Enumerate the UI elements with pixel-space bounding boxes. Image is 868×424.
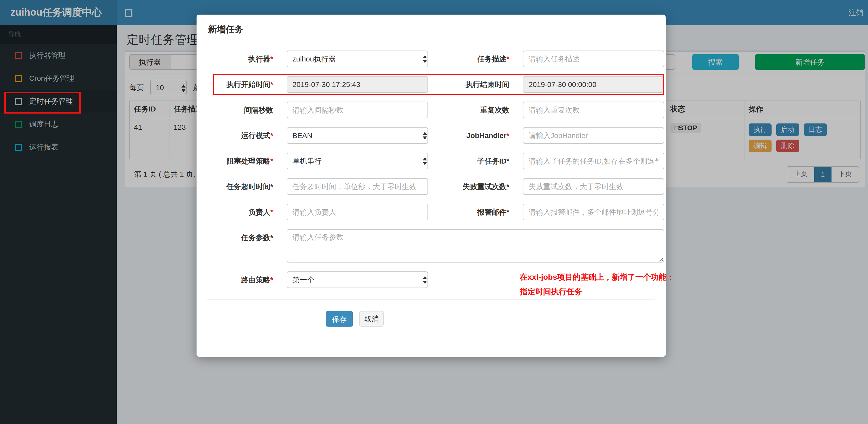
interval-label: 间隔秒数 <box>196 102 273 118</box>
executor-select[interactable]: zuihou执行器 <box>287 51 428 67</box>
form-row-timeout-retry: 任务超时时间* 失败重试次数* <box>196 178 666 195</box>
repeat-input[interactable] <box>523 102 664 118</box>
timeout-label: 任务超时时间* <box>196 178 273 195</box>
fail-retry-label: 失败重试次数* <box>426 178 509 195</box>
job-handler-input[interactable] <box>523 127 664 144</box>
form-row-executor-desc: 执行器* zuihou执行器 任务描述* <box>196 51 666 67</box>
run-mode-select[interactable]: BEAN <box>287 127 428 144</box>
fail-retry-input[interactable] <box>523 178 664 195</box>
job-param-textarea[interactable] <box>287 229 664 263</box>
annotation-box-exec-time <box>213 74 664 95</box>
route-strategy-label: 路由策略* <box>196 271 273 288</box>
add-task-form: 执行器* zuihou执行器 任务描述* 执行开始时间* 执行结束时间 <box>196 43 666 299</box>
executor-label: 执行器* <box>196 51 273 67</box>
form-row-owner-email: 负责人* 报警邮件* <box>196 204 666 220</box>
feature-note: 在xxl-jobs项目的基础上，新增了一个功能： 指定时间执行任务 <box>520 270 676 299</box>
child-job-id-input[interactable] <box>523 153 664 169</box>
timeout-input[interactable] <box>287 178 428 195</box>
repeat-label: 重复次数 <box>426 102 509 118</box>
app-window: zuihou任务调度中心 注销 导航 执行器管理 Cron任务管理 定时任务管理… <box>0 0 868 424</box>
form-row-exec-time: 执行开始时间* 执行结束时间 <box>196 76 666 93</box>
task-desc-input[interactable] <box>523 51 664 67</box>
add-task-modal: 新增任务 执行器* zuihou执行器 任务描述* 执行开始时间* <box>196 14 666 357</box>
form-row-interval-repeat: 间隔秒数 重复次数 <box>196 102 666 118</box>
job-param-label: 任务参数* <box>196 229 273 246</box>
alarm-email-input[interactable] <box>523 204 664 220</box>
form-row-job-param: 任务参数* <box>196 229 666 263</box>
interval-input[interactable] <box>287 102 428 118</box>
cancel-button[interactable]: 取消 <box>359 311 384 327</box>
form-row-route-strategy: 路由策略* 第一个 在xxl-jobs项目的基础上，新增了一个功能： 指定时间执… <box>196 271 666 288</box>
annotation-box-sidebar-item <box>4 92 81 113</box>
block-strategy-select[interactable]: 单机串行 <box>287 153 428 169</box>
form-row-runmode-handler: 运行模式* BEAN JobHandler* <box>196 127 666 144</box>
owner-label: 负责人* <box>196 204 273 220</box>
route-strategy-select[interactable]: 第一个 <box>287 271 428 288</box>
task-desc-label: 任务描述* <box>426 51 509 67</box>
run-mode-label: 运行模式* <box>196 127 273 144</box>
modal-footer-divider <box>207 299 655 299</box>
modal-title: 新增任务 <box>208 25 244 34</box>
save-button[interactable]: 保存 <box>326 311 353 327</box>
block-strategy-label: 阻塞处理策略* <box>196 153 273 169</box>
alarm-email-label: 报警邮件* <box>426 204 509 220</box>
child-job-id-label: 子任务ID* <box>426 153 509 169</box>
job-handler-label: JobHandler* <box>426 127 509 144</box>
modal-header: 新增任务 <box>196 14 666 43</box>
owner-input[interactable] <box>287 204 428 220</box>
form-row-block-childjob: 阻塞处理策略* 单机串行 子任务ID* <box>196 153 666 169</box>
